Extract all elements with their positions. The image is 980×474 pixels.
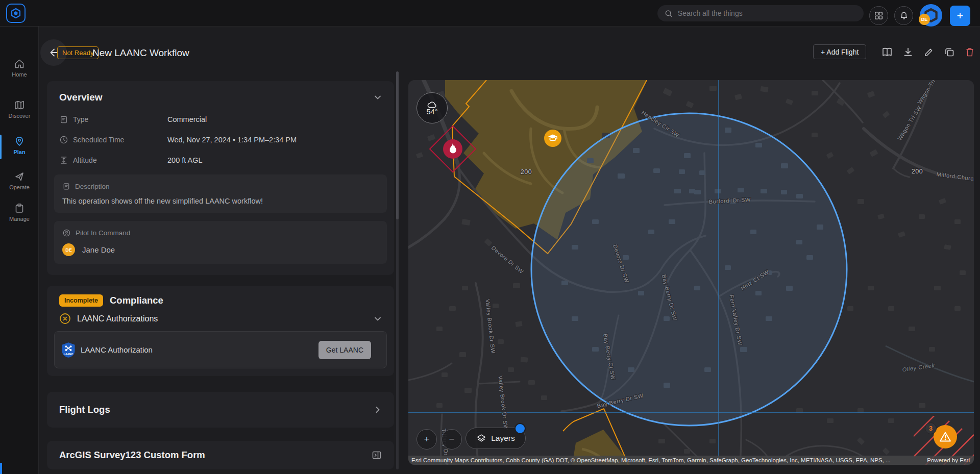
overview-title: Overview	[59, 92, 103, 103]
flight-map[interactable]: Hencley Cir SWBurfordi Dr SWDevore Dr SW…	[408, 80, 974, 465]
building	[888, 306, 894, 311]
location-pin-icon	[14, 136, 25, 147]
survey123-title: ArcGIS Survey123 Custom Form	[59, 450, 205, 461]
weather-widget[interactable]: 54°	[416, 92, 448, 123]
x-circle-icon	[59, 313, 71, 325]
building	[464, 388, 472, 393]
copy-icon	[944, 46, 955, 58]
altitude-icon	[59, 156, 68, 165]
laanc-authorization-card: LAANC LAANC Authorization Get LAANC	[54, 331, 387, 368]
avatar-initials-badge: DE	[919, 14, 930, 25]
sidebar-nav: Home Discover Plan Operate Manage	[0, 27, 39, 474]
clipboard-icon	[14, 203, 25, 214]
building	[954, 306, 961, 311]
chevron-down-icon[interactable]	[374, 93, 382, 102]
delete-button[interactable]	[964, 46, 975, 58]
building	[847, 306, 853, 311]
compliance-title: Compliance	[110, 295, 163, 306]
survey123-panel[interactable]: ArcGIS Survey123 Custom Form	[47, 441, 394, 469]
row-label: Scheduled Time	[73, 136, 167, 144]
description-icon	[62, 182, 70, 190]
app-logo[interactable]	[6, 4, 26, 23]
map-icon	[14, 99, 25, 111]
aloft-logo-icon	[10, 7, 22, 19]
building	[436, 327, 443, 331]
advisories-count-badge: 3	[925, 422, 937, 434]
pencil-icon	[923, 46, 935, 58]
layers-icon	[476, 433, 486, 443]
open-panel-icon[interactable]	[372, 450, 382, 460]
pilot-box: Pilot In Command DE Jane Doe	[54, 221, 387, 264]
building	[658, 439, 665, 443]
search-input[interactable]	[678, 9, 856, 17]
building	[498, 339, 504, 344]
building	[934, 286, 941, 290]
sidebar-bottom-accent	[0, 463, 2, 474]
person-circle-icon	[62, 229, 71, 237]
building	[919, 214, 925, 219]
duplicate-button[interactable]	[944, 46, 955, 58]
building	[709, 86, 717, 91]
trash-icon	[964, 46, 975, 58]
advisories-button[interactable]	[934, 425, 957, 448]
building	[929, 347, 935, 352]
building	[449, 306, 456, 311]
clipboard-text-icon	[59, 115, 68, 124]
building	[960, 270, 966, 275]
download-icon	[902, 46, 914, 58]
row-value: Commercial	[167, 115, 207, 123]
page-title: New LAANC Workflow	[92, 46, 189, 59]
chevron-down-icon[interactable]	[374, 315, 382, 323]
building	[508, 367, 514, 372]
sidebar-item-plan[interactable]: Plan	[0, 136, 39, 155]
edit-button[interactable]	[923, 46, 935, 58]
create-new-button[interactable]: +	[950, 6, 970, 26]
building	[442, 372, 448, 377]
building	[827, 418, 834, 423]
laanc-section-label: LAANC Authorizations	[77, 314, 158, 323]
apps-grid-button[interactable]	[869, 6, 888, 25]
description-text: This operation shows off the new simplif…	[62, 197, 379, 205]
sidebar-item-label: Manage	[9, 216, 30, 222]
svg-text:LAANC: LAANC	[64, 352, 74, 355]
panel-scrollbar-thumb[interactable]	[396, 71, 399, 219]
split-view-button[interactable]	[881, 46, 893, 58]
sidebar-item-manage[interactable]: Manage	[0, 203, 39, 222]
zoom-out-button[interactable]: −	[442, 429, 462, 450]
building	[521, 357, 528, 362]
building	[684, 449, 690, 454]
flight-logs-title: Flight Logs	[59, 404, 110, 415]
flight-area-circle	[531, 113, 847, 426]
laanc-logo-icon: LAANC	[61, 342, 76, 358]
sidebar-item-label: Plan	[13, 149, 25, 155]
laanc-item-label: LAANC Authorization	[81, 345, 153, 354]
sidebar-item-home[interactable]: Home	[0, 58, 39, 78]
street-label: 200	[521, 168, 532, 176]
zoom-in-button[interactable]: +	[416, 429, 437, 450]
add-flight-button[interactable]: + Add Flight	[813, 44, 866, 59]
street-label: 200	[912, 168, 923, 175]
building	[868, 286, 874, 290]
pilot-avatar: DE	[62, 243, 75, 256]
grid-icon	[874, 11, 883, 20]
get-laanc-button[interactable]: Get LAANC	[318, 341, 371, 359]
powered-by-esri: Powered by Esri	[927, 457, 970, 463]
sidebar-item-operate[interactable]: Operate	[0, 171, 39, 190]
pilot-row[interactable]: DE Jane Doe	[62, 243, 379, 256]
row-value: Wed, Nov 27, 2024 • 1:34 PM–2:34 PM	[167, 136, 297, 144]
sidebar-item-discover[interactable]: Discover	[0, 99, 39, 119]
notifications-button[interactable]	[894, 6, 913, 25]
clock-icon	[59, 135, 68, 144]
building	[493, 304, 499, 308]
building	[436, 403, 443, 408]
building	[812, 91, 818, 95]
pilot-name: Jane Doe	[82, 245, 115, 254]
building	[954, 219, 961, 224]
overview-row-scheduled-time: Scheduled Time Wed, Nov 27, 2024 • 1:34 …	[47, 130, 394, 150]
description-box: Description This operation shows off the…	[54, 174, 387, 213]
row-label: Altitude	[73, 156, 167, 164]
download-button[interactable]	[902, 46, 914, 58]
temperature-value: 54°	[427, 108, 438, 116]
flight-logs-panel[interactable]: Flight Logs	[47, 392, 394, 428]
building	[513, 283, 520, 288]
